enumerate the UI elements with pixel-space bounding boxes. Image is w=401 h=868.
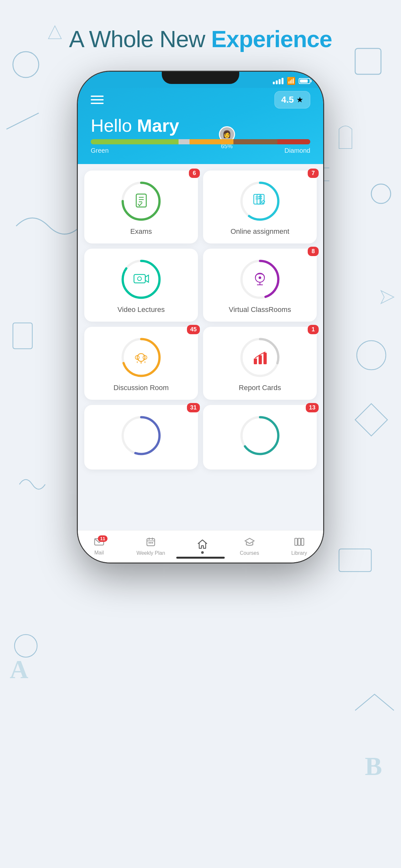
svg-rect-67 <box>301 538 304 546</box>
hamburger-button[interactable] <box>91 96 104 104</box>
progress-red <box>277 139 310 144</box>
svg-point-40 <box>137 353 145 361</box>
icon-ring-item8 <box>239 414 281 457</box>
svg-rect-64 <box>152 542 153 544</box>
nav-item-library[interactable]: Library <box>291 537 307 556</box>
svg-text:B: B <box>365 752 382 780</box>
battery-icon <box>299 78 310 84</box>
nav-item-weekly-plan[interactable]: Weekly Plan <box>136 537 165 556</box>
star-icon: ★ <box>297 95 304 104</box>
progress-green <box>91 139 179 144</box>
signal-bar-1 <box>273 82 275 84</box>
card-label-report-cards: Report Cards <box>239 383 281 392</box>
card-icon-report-cards <box>246 344 274 371</box>
icon-ring-virtual-classrooms <box>239 258 281 300</box>
svg-rect-15 <box>136 194 146 207</box>
nav-item-home[interactable] <box>197 539 208 554</box>
card-item7[interactable]: 31 <box>84 405 198 469</box>
header-top: 4.5 ★ <box>91 91 310 108</box>
card-icon-online-assignment <box>246 188 274 215</box>
nav-item-mail[interactable]: 11Mail <box>94 537 104 556</box>
badge-exams: 6 <box>189 168 200 178</box>
card-virtual-classrooms[interactable]: 8 Virtual ClassRooms <box>203 249 317 321</box>
status-icons: 📶 <box>273 77 310 85</box>
card-label-video-lectures: Video Lectures <box>118 306 165 314</box>
svg-point-7 <box>14 634 37 657</box>
signal-bar-3 <box>279 79 281 84</box>
svg-rect-65 <box>295 538 297 546</box>
progress-brown <box>234 139 277 144</box>
progress-labels: Green Diamond <box>91 147 310 154</box>
card-icon-video-lectures <box>127 266 155 293</box>
svg-rect-1 <box>355 49 381 74</box>
nav-badge-mail: 11 <box>98 535 107 542</box>
card-icon-item7 <box>127 422 155 450</box>
card-exams[interactable]: 6 Exams <box>84 170 198 244</box>
nav-icon-courses <box>244 537 255 549</box>
svg-rect-66 <box>298 538 301 546</box>
greeting-text: Hello Mary <box>91 115 310 136</box>
home-indicator <box>176 557 225 559</box>
wifi-icon: 📶 <box>287 77 296 85</box>
progress-section: 👩 65% Green Diamond <box>91 139 310 154</box>
svg-rect-63 <box>150 542 151 544</box>
card-label-exams: Exams <box>130 227 152 236</box>
svg-point-37 <box>258 276 261 279</box>
svg-rect-50 <box>254 359 257 364</box>
nav-label-mail: Mail <box>94 550 104 556</box>
cards-grid: 6 Exams7 Online assignment Video Lecture… <box>84 170 317 469</box>
signal-bars-icon <box>273 78 283 84</box>
icon-ring-discussion-room <box>120 337 162 378</box>
phone-notch <box>162 72 239 84</box>
home-dot-indicator <box>201 551 204 554</box>
card-report-cards[interactable]: 1 Report Cards <box>203 327 317 400</box>
nav-icon-home <box>197 539 208 551</box>
svg-point-3 <box>371 184 391 204</box>
icon-ring-report-cards <box>239 337 281 378</box>
app-header: 4.5 ★ Hello Mary 👩 65% <box>78 88 323 164</box>
card-discussion-room[interactable]: 45 Discussion Room <box>84 327 198 400</box>
svg-rect-52 <box>264 352 267 364</box>
phone-screen: 📶 4.5 ★ Hello Mary <box>78 72 323 562</box>
badge-discussion-room: 45 <box>187 325 200 334</box>
progress-avatar: 👩 65% <box>219 126 235 150</box>
progress-gray <box>179 139 189 144</box>
svg-rect-51 <box>258 355 262 364</box>
signal-bar-2 <box>276 81 278 84</box>
badge-item8: 13 <box>306 403 319 412</box>
card-icon-discussion-room <box>127 344 155 371</box>
card-video-lectures[interactable]: Video Lectures <box>84 249 198 321</box>
svg-rect-6 <box>339 549 371 571</box>
icon-ring-exams <box>120 180 162 222</box>
nav-icon-library <box>294 537 305 549</box>
icon-ring-item7 <box>120 414 162 457</box>
svg-rect-30 <box>134 275 145 283</box>
card-label-online-assignment: Online assignment <box>230 227 289 236</box>
nav-item-courses[interactable]: Courses <box>240 537 259 556</box>
progress-bar <box>91 139 310 144</box>
card-icon-exams <box>127 188 155 215</box>
card-label-discussion-room: Discussion Room <box>113 383 168 392</box>
level-end-label: Diamond <box>284 147 310 154</box>
level-start-label: Green <box>91 147 109 154</box>
svg-point-5 <box>357 341 386 370</box>
svg-rect-62 <box>149 542 150 544</box>
badge-online-assignment: 7 <box>308 168 319 178</box>
badge-virtual-classrooms: 8 <box>308 247 319 256</box>
card-label-virtual-classrooms: Virtual ClassRooms <box>229 306 291 314</box>
nav-label-library: Library <box>291 550 307 556</box>
grid-container[interactable]: 6 Exams7 Online assignment Video Lecture… <box>78 164 323 562</box>
battery-fill <box>300 80 308 83</box>
nav-icon-weekly-plan <box>146 537 156 549</box>
svg-point-31 <box>137 277 142 281</box>
nav-icon-mail: 11 <box>94 537 104 549</box>
card-item8[interactable]: 13 <box>203 405 317 469</box>
svg-line-2 <box>6 113 39 129</box>
badge-item7: 31 <box>187 403 200 412</box>
page-title: A Whole New Experience <box>69 26 332 52</box>
nav-label-courses: Courses <box>240 550 259 556</box>
card-icon-virtual-classrooms <box>246 266 274 293</box>
signal-bar-4 <box>281 78 283 84</box>
card-icon-item8 <box>246 422 274 450</box>
card-online-assignment[interactable]: 7 Online assignment <box>203 170 317 244</box>
